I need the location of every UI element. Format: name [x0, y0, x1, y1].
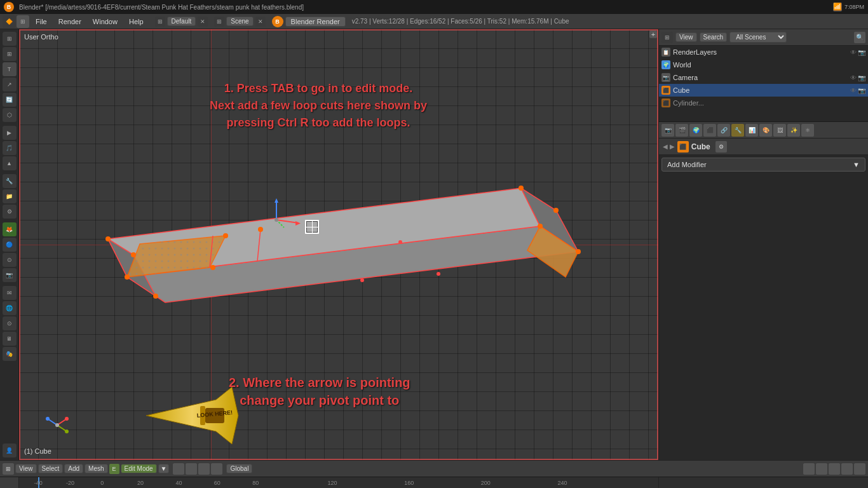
sidebar-icon-6[interactable]: 🎵 — [3, 141, 17, 155]
layout-dropdown[interactable]: Default — [167, 17, 196, 26]
snap-icon[interactable] — [186, 463, 197, 475]
mode-arrow[interactable]: ▼ — [158, 464, 170, 473]
viewport-resize-handle[interactable]: + — [649, 30, 657, 38]
viewport-icon[interactable]: ⊞ — [3, 463, 14, 475]
3d-object — [57, 112, 597, 379]
render-icon-cube[interactable]: 📷 — [858, 87, 865, 94]
svg-point-37 — [65, 417, 69, 421]
mode-dropdown[interactable]: Edit Mode — [121, 464, 157, 473]
object-name: Cube — [691, 142, 710, 151]
cube-icons: 👁 📷 — [850, 87, 865, 94]
proportional-mode-icon[interactable] — [211, 463, 222, 475]
layout-mode-icon[interactable]: ⊞ — [155, 17, 165, 27]
prop-physics-icon[interactable]: ⚛ — [801, 124, 814, 137]
prop-texture-icon[interactable]: 🖼 — [773, 124, 786, 137]
sidebar-icon-16[interactable]: 🖥 — [3, 332, 17, 346]
render-preview-icon[interactable] — [854, 463, 865, 475]
object-header: ◀ ▶ ⬛ Cube ⚙ — [659, 139, 868, 155]
timeline-ruler[interactable]: -40 -20 0 20 40 60 80 120 160 200 240 — [19, 477, 658, 488]
timeline-label-5: 60 — [214, 480, 220, 486]
eye-icon-rl[interactable]: 👁 — [850, 49, 857, 56]
sidebar-icon-12[interactable]: ⊙ — [3, 253, 17, 267]
timeline-label-3: 20 — [137, 480, 144, 486]
menu-bar: 🔶 ⊞ File Render Window Help ⊞ Default ✕ … — [0, 14, 868, 29]
view-menu-btn[interactable]: View — [15, 464, 37, 473]
menu-item-help[interactable]: Help — [124, 17, 149, 27]
dropdown-arrow-icon: ▼ — [853, 161, 860, 168]
menu-item-window[interactable]: Window — [88, 17, 123, 27]
orientation-dropdown[interactable]: Global — [226, 464, 252, 473]
sidebar-icon-firefox[interactable]: 🦊 — [3, 222, 17, 236]
prop-particles-icon[interactable]: ✨ — [787, 124, 800, 137]
viewport-shading-icon[interactable] — [829, 463, 840, 475]
sidebar-icon-0[interactable]: ⊞ — [3, 32, 17, 46]
sidebar-icon-11[interactable]: 🔵 — [3, 238, 17, 252]
sidebar-icon-15[interactable]: ⊙ — [3, 316, 17, 330]
prop-data-icon[interactable]: 📊 — [745, 124, 758, 137]
scene-icon2[interactable]: ✕ — [255, 17, 266, 27]
sidebar-icon-2[interactable]: ↗ — [3, 78, 17, 92]
render-icon-rl[interactable]: 📷 — [858, 49, 865, 56]
eye-icon-cam[interactable]: 👁 — [850, 74, 857, 81]
outliner-item-camera[interactable]: 📷 Camera 👁 📷 — [659, 71, 868, 84]
sidebar-icon-tool[interactable]: T — [3, 62, 17, 76]
add-modifier-button[interactable]: Add Modifier ▼ — [661, 158, 865, 172]
sidebar-icon-14[interactable]: 🌐 — [3, 301, 17, 315]
prop-modifier-icon active[interactable]: 🔧 — [731, 124, 744, 137]
prop-material-icon[interactable]: 🎨 — [759, 124, 772, 137]
sidebar-icon-5[interactable]: ▶ — [3, 126, 17, 140]
sidebar-icon-mail[interactable]: ✉ — [3, 286, 17, 300]
sidebar-icon-10[interactable]: ⚙ — [3, 205, 17, 219]
object-settings-icon[interactable]: ⚙ — [715, 141, 727, 152]
clock: 7:08PM — [844, 4, 864, 10]
sidebar-icon-1[interactable]: ⊞ — [3, 47, 17, 61]
layout-icon[interactable]: ⊞ — [17, 15, 29, 28]
prop-object-icon[interactable]: ⬛ — [703, 124, 716, 137]
menu-item-render[interactable]: Render — [53, 17, 86, 27]
svg-point-36 — [55, 423, 59, 427]
shading-icon[interactable] — [816, 463, 827, 475]
add-menu-btn[interactable]: Add — [64, 464, 83, 473]
overlay-icon[interactable] — [803, 463, 815, 475]
prop-render-icon[interactable]: 📷 — [661, 124, 674, 137]
network-icon: 📶 — [833, 3, 842, 11]
viewport[interactable]: User Ortho — [19, 29, 658, 460]
system-icons: 📶 7:08PM — [833, 3, 864, 11]
svg-point-10 — [105, 236, 111, 241]
menu-item-file[interactable]: File — [31, 17, 52, 27]
prop-constraints-icon[interactable]: 🔗 — [717, 124, 730, 137]
search-icon[interactable]: 🔍 — [854, 32, 865, 43]
prop-world-icon[interactable]: 🌍 — [689, 124, 702, 137]
scene-dropdown[interactable]: Scene — [226, 17, 253, 26]
right-panel-icon[interactable]: ⊞ — [661, 32, 673, 43]
view-button[interactable]: View — [675, 32, 697, 42]
sidebar-icon-7[interactable]: ▲ — [3, 156, 17, 170]
outliner-item-cylinder[interactable]: ⬛ Cylinder... — [659, 97, 868, 109]
svg-point-39 — [46, 417, 50, 421]
outliner-item-cube[interactable]: ⬛ Cube 👁 📷 — [659, 84, 868, 97]
eye-icon-cube[interactable]: 👁 — [850, 87, 857, 94]
sidebar-icon-17[interactable]: 🎭 — [3, 347, 17, 361]
sidebar-icon-9[interactable]: 📁 — [3, 189, 17, 203]
sidebar-icon-4[interactable]: ⬡ — [3, 108, 17, 122]
mesh-menu-btn[interactable]: Mesh — [85, 464, 107, 473]
select-menu-btn[interactable]: Select — [38, 464, 64, 473]
render-icon-cam[interactable]: 📷 — [858, 74, 865, 81]
window-title: Blender* [/media/artess/9016-4EF8/curren… — [19, 4, 304, 11]
all-scenes-dropdown[interactable]: All Scenes — [729, 32, 787, 43]
sidebar-icon-18[interactable]: 👤 — [3, 444, 17, 458]
viewport-mode-icon[interactable] — [841, 463, 853, 475]
pivot-icon[interactable] — [173, 463, 184, 475]
sidebar-icon-8[interactable]: 🔧 — [3, 174, 17, 188]
layout-icon2[interactable]: ✕ — [198, 17, 208, 27]
outliner-item-renderlayers[interactable]: 📋 RenderLayers 👁 📷 — [659, 46, 868, 58]
blender-icon-menu[interactable]: 🔶 — [3, 15, 15, 28]
outliner-item-world[interactable]: 🌍 World — [659, 58, 868, 71]
prop-scene-icon[interactable]: 🎬 — [675, 124, 688, 137]
proportional-icon[interactable] — [198, 463, 210, 475]
sidebar-icon-13[interactable]: 📷 — [3, 268, 17, 282]
sidebar-icon-3[interactable]: 🔄 — [3, 93, 17, 107]
scene-mode-icon[interactable]: ⊞ — [214, 17, 224, 27]
search-button[interactable]: Search — [700, 32, 728, 42]
engine-dropdown[interactable]: Blender Render — [285, 17, 346, 27]
